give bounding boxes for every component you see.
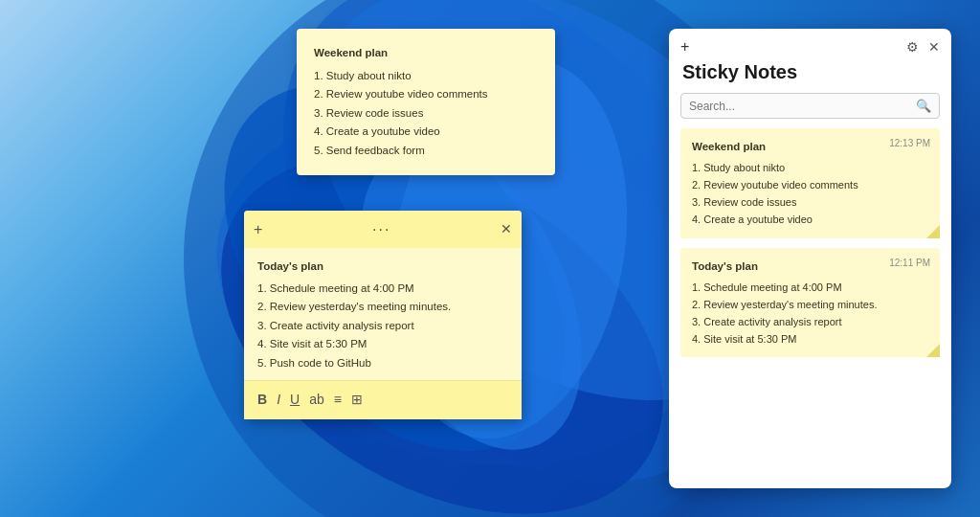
panel-note-line-4: 4. Site visit at 5:30 PM xyxy=(692,330,928,348)
sticky-note-today: + ··· ✕ Today's plan 1. Schedule meeting… xyxy=(244,211,522,419)
format-italic-button[interactable]: I xyxy=(277,389,280,412)
note-line-4: 4. Create a youtube video xyxy=(314,123,538,142)
search-input[interactable] xyxy=(689,100,916,113)
format-underline-button[interactable]: U xyxy=(290,389,300,412)
note-body: Today's plan 1. Schedule meeting at 4:00… xyxy=(244,248,522,380)
today-line-2: 2. Review yesterday's meeting minutes. xyxy=(257,298,508,317)
app-panel-header: + ⚙ ✕ xyxy=(669,29,951,61)
panel-note-line-2: 2. Review yesterday's meeting minutes. xyxy=(692,296,928,313)
sticky-note-weekend: Weekend plan 1. Study about nikto 2. Rev… xyxy=(297,29,555,175)
app-header-icons: ⚙ ✕ xyxy=(906,39,940,55)
panel-note-item[interactable]: 12:13 PM Weekend plan 1. Study about nik… xyxy=(680,128,940,238)
format-image-button[interactable]: ⊞ xyxy=(351,389,363,412)
format-toolbar: B I U ab ≡ ⊞ xyxy=(244,380,522,419)
note-line-2: 2. Review youtube video comments xyxy=(314,85,538,104)
today-line-1: 1. Schedule meeting at 4:00 PM xyxy=(257,280,508,299)
search-icon: 🔍 xyxy=(916,99,931,113)
note-title: Weekend plan xyxy=(314,44,538,63)
app-panel-title: Sticky Notes xyxy=(669,61,951,93)
search-bar[interactable]: 🔍 xyxy=(680,93,940,119)
format-strikethrough-button[interactable]: ab xyxy=(309,389,324,412)
panel-note-line-2: 2. Review youtube video comments xyxy=(692,176,928,193)
sticky-notes-app-panel: + ⚙ ✕ Sticky Notes 🔍 12:13 PM Weekend pl… xyxy=(669,29,951,488)
today-line-4: 4. Site visit at 5:30 PM xyxy=(257,335,508,354)
note-line-1: 1. Study about nikto xyxy=(314,67,538,86)
note-line-3: 3. Review code issues xyxy=(314,104,538,124)
note-timestamp: 12:13 PM xyxy=(889,136,930,152)
today-title: Today's plan xyxy=(257,258,508,277)
note-corner-fold xyxy=(926,344,940,357)
today-line-3: 3. Create activity analysis report xyxy=(257,317,508,336)
note-chrome-toolbar: + ··· ✕ xyxy=(244,211,522,248)
note-timestamp: 12:11 PM xyxy=(889,256,930,272)
note-corner-fold xyxy=(926,225,940,238)
note-line-5: 5. Send feedback form xyxy=(314,142,538,161)
note-more-button[interactable]: ··· xyxy=(372,216,390,242)
note-close-button[interactable]: ✕ xyxy=(501,218,512,241)
panel-note-line-4: 4. Create a youtube video xyxy=(692,211,928,228)
app-close-button[interactable]: ✕ xyxy=(928,39,940,55)
panel-note-line-3: 3. Create activity analysis report xyxy=(692,313,928,330)
note-add-button[interactable]: + xyxy=(254,216,262,242)
panel-note-line-1: 1. Study about nikto xyxy=(692,159,928,176)
notes-list: 12:13 PM Weekend plan 1. Study about nik… xyxy=(669,128,951,488)
panel-note-line-1: 1. Schedule meeting at 4:00 PM xyxy=(692,279,928,296)
format-list-button[interactable]: ≡ xyxy=(334,389,342,412)
app-add-note-button[interactable]: + xyxy=(680,38,689,56)
panel-note-line-3: 3. Review code issues xyxy=(692,193,928,211)
today-line-5: 5. Push code to GitHub xyxy=(257,354,508,373)
app-settings-button[interactable]: ⚙ xyxy=(906,39,919,55)
panel-note-item[interactable]: 12:11 PM Today's plan 1. Schedule meetin… xyxy=(680,248,940,358)
format-bold-button[interactable]: B xyxy=(257,389,267,412)
